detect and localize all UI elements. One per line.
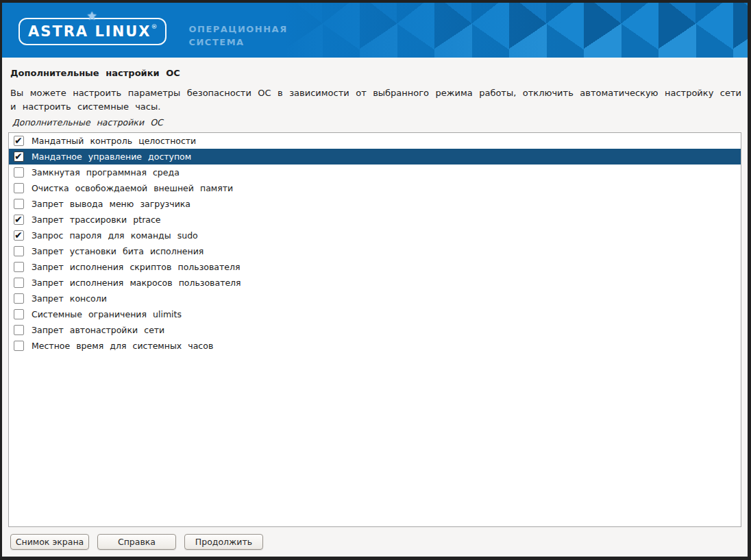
option-label: Запрет автонастройки сети bbox=[32, 325, 164, 335]
logo-text: ASTRA LINUX bbox=[28, 23, 151, 40]
option-row[interactable]: Запрет исполнения скриптов пользователя bbox=[9, 259, 741, 275]
registered-trademark-icon: ® bbox=[151, 23, 157, 30]
astra-linux-logo: ★ ASTRA LINUX® ОПЕРАЦИОННАЯ СИСТЕМА bbox=[19, 10, 288, 49]
checkbox-icon[interactable] bbox=[14, 183, 24, 193]
option-label: Местное время для системных часов bbox=[32, 341, 213, 351]
option-row[interactable]: Запрет исполнения макросов пользователя bbox=[9, 275, 741, 291]
checkbox-icon[interactable] bbox=[14, 199, 24, 209]
option-row[interactable]: Мандатный контроль целостности bbox=[9, 133, 741, 149]
option-label: Запрет вывода меню загрузчика bbox=[32, 199, 190, 209]
option-label: Запрет установки бита исполнения bbox=[32, 246, 204, 256]
option-row[interactable]: Местное время для системных часов bbox=[9, 338, 741, 354]
checkbox-icon[interactable] bbox=[14, 309, 24, 319]
checkbox-icon[interactable] bbox=[14, 167, 24, 178]
page-title: Дополнительные настройки ОС bbox=[10, 68, 741, 78]
continue-button[interactable]: Продолжить bbox=[184, 534, 263, 550]
option-label: Мандатный контроль целостности bbox=[32, 136, 196, 146]
page-subtitle-italic: Дополнительные настройки ОС bbox=[12, 117, 741, 127]
checkbox-icon[interactable] bbox=[14, 293, 24, 304]
installer-frame: ★ ASTRA LINUX® ОПЕРАЦИОННАЯ СИСТЕМА Допо… bbox=[2, 3, 748, 557]
header-banner: ★ ASTRA LINUX® ОПЕРАЦИОННАЯ СИСТЕМА bbox=[2, 3, 748, 58]
option-row[interactable]: Запрет вывода меню загрузчика bbox=[9, 196, 741, 212]
logo-box: ★ ASTRA LINUX® bbox=[19, 18, 167, 45]
checkbox-icon[interactable] bbox=[14, 215, 24, 225]
option-label: Системные ограничения ulimits bbox=[32, 309, 182, 319]
option-label: Замкнутая программная среда bbox=[32, 167, 180, 178]
option-row[interactable]: Запрет консоли bbox=[9, 291, 741, 306]
checkbox-icon[interactable] bbox=[14, 151, 24, 162]
checkbox-icon[interactable] bbox=[14, 136, 24, 146]
checkbox-icon[interactable] bbox=[14, 230, 24, 241]
os-subtitle-line2: СИСТЕМА bbox=[188, 36, 287, 49]
installer-window: ★ ASTRA LINUX® ОПЕРАЦИОННАЯ СИСТЕМА Допо… bbox=[0, 0, 751, 560]
checkbox-icon[interactable] bbox=[14, 341, 24, 351]
option-row[interactable]: Системные ограничения ulimits bbox=[9, 306, 741, 322]
checkbox-icon[interactable] bbox=[14, 246, 24, 256]
option-row[interactable]: Запрет установки бита исполнения bbox=[9, 243, 741, 259]
option-row[interactable]: Запрет автонастройки сети bbox=[9, 322, 741, 338]
page-description: Вы можете настроить параметры безопаснос… bbox=[10, 86, 741, 114]
star-icon: ★ bbox=[85, 9, 101, 23]
help-button[interactable]: Справка bbox=[97, 534, 176, 550]
options-listbox: Мандатный контроль целостности Мандатное… bbox=[8, 132, 741, 527]
checkbox-icon[interactable] bbox=[14, 262, 24, 272]
option-label: Мандатное управление доступом bbox=[32, 151, 191, 162]
os-subtitle-line1: ОПЕРАЦИОННАЯ bbox=[188, 23, 287, 36]
option-label: Очистка освобождаемой внешней памяти bbox=[32, 183, 233, 193]
content-area: Дополнительные настройки ОС Вы можете на… bbox=[2, 58, 748, 557]
os-subtitle: ОПЕРАЦИОННАЯ СИСТЕМА bbox=[188, 23, 287, 49]
header-pattern-fade bbox=[285, 3, 748, 58]
option-label: Запрет трассировки ptrace bbox=[32, 215, 161, 225]
option-label: Запрос пароля для команды sudo bbox=[32, 230, 198, 241]
option-row[interactable]: Мандатное управление доступом bbox=[9, 149, 741, 165]
option-row[interactable]: Запрет трассировки ptrace bbox=[9, 212, 741, 228]
screenshot-button[interactable]: Снимок экрана bbox=[10, 534, 89, 550]
option-row[interactable]: Замкнутая программная среда bbox=[9, 165, 741, 180]
checkbox-icon[interactable] bbox=[14, 278, 24, 288]
checkbox-icon[interactable] bbox=[14, 325, 24, 335]
option-row[interactable]: Запрос пароля для команды sudo bbox=[9, 228, 741, 243]
option-label: Запрет исполнения скриптов пользователя bbox=[32, 262, 240, 272]
option-label: Запрет консоли bbox=[32, 293, 107, 304]
option-row[interactable]: Очистка освобождаемой внешней памяти bbox=[9, 180, 741, 196]
option-label: Запрет исполнения макросов пользователя bbox=[32, 278, 241, 288]
footer-bar: Снимок экрана Справка Продолжить bbox=[8, 534, 741, 551]
